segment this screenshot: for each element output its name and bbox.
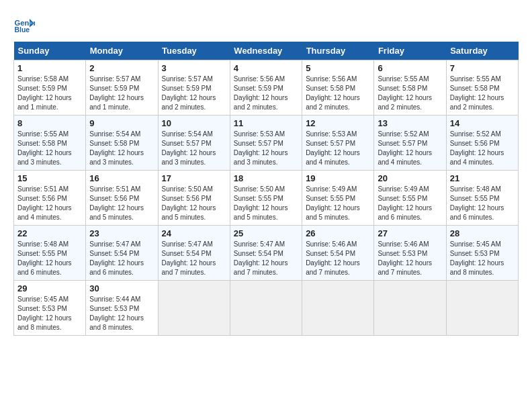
day-number: 3 bbox=[162, 63, 226, 73]
day-number: 20 bbox=[378, 173, 442, 183]
table-row: 22Sunrise: 5:48 AM Sunset: 5:55 PM Dayli… bbox=[14, 226, 86, 281]
day-info: Sunrise: 5:50 AM Sunset: 5:56 PM Dayligh… bbox=[162, 185, 226, 222]
day-number: 6 bbox=[378, 63, 442, 73]
day-info: Sunrise: 5:47 AM Sunset: 5:54 PM Dayligh… bbox=[89, 240, 154, 277]
day-info: Sunrise: 5:57 AM Sunset: 5:59 PM Dayligh… bbox=[89, 75, 154, 112]
table-row: 9Sunrise: 5:54 AM Sunset: 5:58 PM Daylig… bbox=[86, 116, 158, 171]
day-number: 9 bbox=[89, 118, 154, 128]
table-row bbox=[230, 281, 302, 336]
day-number: 8 bbox=[17, 118, 82, 128]
day-number: 14 bbox=[450, 118, 515, 128]
table-row: 17Sunrise: 5:50 AM Sunset: 5:56 PM Dayli… bbox=[158, 171, 230, 226]
day-info: Sunrise: 5:58 AM Sunset: 5:59 PM Dayligh… bbox=[17, 75, 82, 112]
day-info: Sunrise: 5:57 AM Sunset: 5:59 PM Dayligh… bbox=[162, 75, 226, 112]
day-number: 28 bbox=[450, 228, 515, 238]
weekday-header: Monday bbox=[86, 42, 158, 60]
day-info: Sunrise: 5:46 AM Sunset: 5:53 PM Dayligh… bbox=[378, 240, 442, 277]
svg-text:Blue: Blue bbox=[15, 26, 30, 34]
table-row: 12Sunrise: 5:53 AM Sunset: 5:57 PM Dayli… bbox=[302, 116, 374, 171]
page-header: General Blue bbox=[13, 13, 519, 35]
day-info: Sunrise: 5:54 AM Sunset: 5:58 PM Dayligh… bbox=[89, 130, 154, 167]
table-row: 4Sunrise: 5:56 AM Sunset: 5:59 PM Daylig… bbox=[230, 60, 302, 116]
table-row: 27Sunrise: 5:46 AM Sunset: 5:53 PM Dayli… bbox=[374, 226, 446, 281]
table-row: 3Sunrise: 5:57 AM Sunset: 5:59 PM Daylig… bbox=[158, 60, 230, 116]
day-info: Sunrise: 5:51 AM Sunset: 5:56 PM Dayligh… bbox=[17, 185, 82, 222]
day-info: Sunrise: 5:55 AM Sunset: 5:58 PM Dayligh… bbox=[450, 75, 515, 112]
day-info: Sunrise: 5:45 AM Sunset: 5:53 PM Dayligh… bbox=[450, 240, 515, 277]
day-info: Sunrise: 5:44 AM Sunset: 5:53 PM Dayligh… bbox=[89, 295, 154, 332]
day-info: Sunrise: 5:46 AM Sunset: 5:54 PM Dayligh… bbox=[306, 240, 370, 277]
day-info: Sunrise: 5:52 AM Sunset: 5:57 PM Dayligh… bbox=[378, 130, 442, 167]
logo-icon: General Blue bbox=[13, 13, 35, 35]
table-row: 6Sunrise: 5:55 AM Sunset: 5:58 PM Daylig… bbox=[374, 60, 446, 116]
table-row: 19Sunrise: 5:49 AM Sunset: 5:55 PM Dayli… bbox=[302, 171, 374, 226]
table-row: 30Sunrise: 5:44 AM Sunset: 5:53 PM Dayli… bbox=[86, 281, 158, 336]
table-row: 26Sunrise: 5:46 AM Sunset: 5:54 PM Dayli… bbox=[302, 226, 374, 281]
day-number: 7 bbox=[450, 63, 515, 73]
day-number: 17 bbox=[162, 173, 226, 183]
day-info: Sunrise: 5:47 AM Sunset: 5:54 PM Dayligh… bbox=[234, 240, 298, 277]
day-number: 11 bbox=[234, 118, 298, 128]
day-info: Sunrise: 5:53 AM Sunset: 5:57 PM Dayligh… bbox=[306, 130, 370, 167]
day-info: Sunrise: 5:53 AM Sunset: 5:57 PM Dayligh… bbox=[234, 130, 298, 167]
table-row: 29Sunrise: 5:45 AM Sunset: 5:53 PM Dayli… bbox=[14, 281, 86, 336]
day-number: 12 bbox=[306, 118, 370, 128]
logo: General Blue bbox=[13, 13, 38, 35]
day-number: 29 bbox=[17, 283, 82, 293]
weekday-header: Friday bbox=[374, 42, 446, 60]
table-row: 13Sunrise: 5:52 AM Sunset: 5:57 PM Dayli… bbox=[374, 116, 446, 171]
day-number: 1 bbox=[17, 63, 82, 73]
day-number: 27 bbox=[378, 228, 442, 238]
day-info: Sunrise: 5:45 AM Sunset: 5:53 PM Dayligh… bbox=[17, 295, 82, 332]
day-number: 5 bbox=[306, 63, 370, 73]
table-row: 24Sunrise: 5:47 AM Sunset: 5:54 PM Dayli… bbox=[158, 226, 230, 281]
weekday-header: Sunday bbox=[14, 42, 86, 60]
table-row: 25Sunrise: 5:47 AM Sunset: 5:54 PM Dayli… bbox=[230, 226, 302, 281]
table-row bbox=[374, 281, 446, 336]
day-number: 4 bbox=[234, 63, 298, 73]
day-number: 16 bbox=[89, 173, 154, 183]
weekday-header: Thursday bbox=[302, 42, 374, 60]
day-number: 10 bbox=[162, 118, 226, 128]
day-number: 24 bbox=[162, 228, 226, 238]
day-number: 19 bbox=[306, 173, 370, 183]
weekday-header: Saturday bbox=[446, 42, 518, 60]
day-number: 18 bbox=[234, 173, 298, 183]
table-row: 11Sunrise: 5:53 AM Sunset: 5:57 PM Dayli… bbox=[230, 116, 302, 171]
table-row: 18Sunrise: 5:50 AM Sunset: 5:55 PM Dayli… bbox=[230, 171, 302, 226]
day-number: 13 bbox=[378, 118, 442, 128]
table-row: 15Sunrise: 5:51 AM Sunset: 5:56 PM Dayli… bbox=[14, 171, 86, 226]
day-number: 2 bbox=[89, 63, 154, 73]
day-info: Sunrise: 5:52 AM Sunset: 5:56 PM Dayligh… bbox=[450, 130, 515, 167]
table-row bbox=[302, 281, 374, 336]
table-row bbox=[158, 281, 230, 336]
weekday-header: Tuesday bbox=[158, 42, 230, 60]
table-row: 5Sunrise: 5:56 AM Sunset: 5:58 PM Daylig… bbox=[302, 60, 374, 116]
day-info: Sunrise: 5:56 AM Sunset: 5:58 PM Dayligh… bbox=[306, 75, 370, 112]
weekday-header: Wednesday bbox=[230, 42, 302, 60]
day-info: Sunrise: 5:55 AM Sunset: 5:58 PM Dayligh… bbox=[378, 75, 442, 112]
day-info: Sunrise: 5:51 AM Sunset: 5:56 PM Dayligh… bbox=[89, 185, 154, 222]
day-number: 25 bbox=[234, 228, 298, 238]
table-row: 16Sunrise: 5:51 AM Sunset: 5:56 PM Dayli… bbox=[86, 171, 158, 226]
day-number: 23 bbox=[89, 228, 154, 238]
table-row: 8Sunrise: 5:55 AM Sunset: 5:58 PM Daylig… bbox=[14, 116, 86, 171]
table-row: 14Sunrise: 5:52 AM Sunset: 5:56 PM Dayli… bbox=[446, 116, 518, 171]
calendar-header: SundayMondayTuesdayWednesdayThursdayFrid… bbox=[14, 42, 519, 60]
table-row: 2Sunrise: 5:57 AM Sunset: 5:59 PM Daylig… bbox=[86, 60, 158, 116]
day-number: 30 bbox=[89, 283, 154, 293]
day-info: Sunrise: 5:56 AM Sunset: 5:59 PM Dayligh… bbox=[234, 75, 298, 112]
day-info: Sunrise: 5:47 AM Sunset: 5:54 PM Dayligh… bbox=[162, 240, 226, 277]
day-number: 26 bbox=[306, 228, 370, 238]
table-row: 23Sunrise: 5:47 AM Sunset: 5:54 PM Dayli… bbox=[86, 226, 158, 281]
day-info: Sunrise: 5:49 AM Sunset: 5:55 PM Dayligh… bbox=[306, 185, 370, 222]
table-row: 20Sunrise: 5:49 AM Sunset: 5:55 PM Dayli… bbox=[374, 171, 446, 226]
day-info: Sunrise: 5:54 AM Sunset: 5:57 PM Dayligh… bbox=[162, 130, 226, 167]
day-info: Sunrise: 5:49 AM Sunset: 5:55 PM Dayligh… bbox=[378, 185, 442, 222]
calendar-table: SundayMondayTuesdayWednesdayThursdayFrid… bbox=[13, 42, 519, 336]
table-row bbox=[446, 281, 518, 336]
day-number: 22 bbox=[17, 228, 82, 238]
day-info: Sunrise: 5:55 AM Sunset: 5:58 PM Dayligh… bbox=[17, 130, 82, 167]
day-number: 15 bbox=[17, 173, 82, 183]
table-row: 10Sunrise: 5:54 AM Sunset: 5:57 PM Dayli… bbox=[158, 116, 230, 171]
